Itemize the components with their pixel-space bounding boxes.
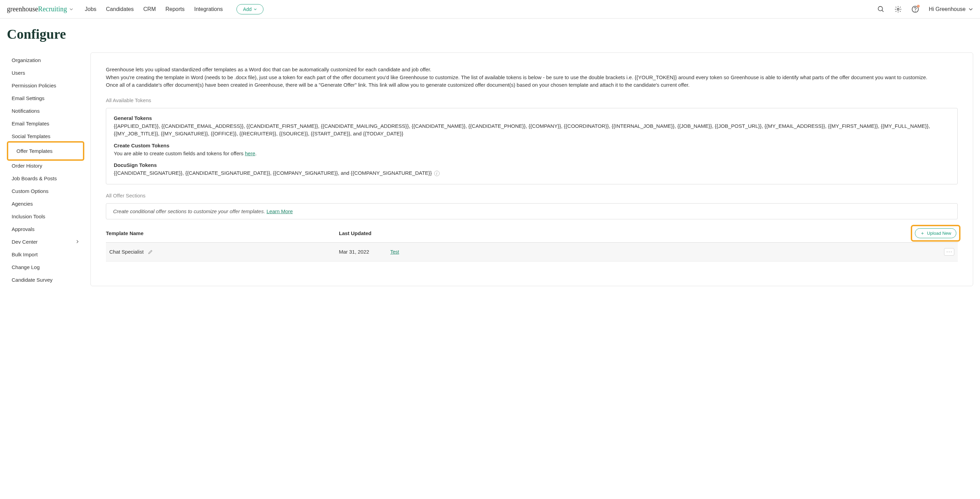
upload-new-label: Upload New [927,231,951,236]
cell-actions [944,248,954,256]
intro-p2: When you're creating the template in Wor… [106,74,958,81]
sidebar-item-label: Organization [12,57,41,63]
gear-icon[interactable] [894,5,902,13]
sidebar-item-social-templates[interactable]: Social Templates [7,130,84,143]
sidebar-item-offer-templates[interactable]: Offer Templates [12,145,80,157]
sidebar-item-order-history[interactable]: Order History [7,159,84,172]
chevron-down-icon [968,7,973,12]
custom-tokens-text: You are able to create custom fields and… [114,150,950,158]
upload-highlight: ＋ Upload New [911,225,961,242]
info-icon[interactable]: i [434,171,440,176]
sidebar-item-notifications[interactable]: Notifications [7,105,84,117]
svg-point-2 [897,8,899,10]
svg-point-0 [878,6,883,11]
add-button[interactable]: Add [236,4,264,14]
search-icon[interactable] [877,5,885,13]
page-title: Configure [0,19,980,53]
custom-tokens-suffix: . [255,150,257,156]
sidebar-item-label: Inclusion Tools [12,214,45,219]
nav-jobs[interactable]: Jobs [85,6,97,12]
sidebar-item-inclusion-tools[interactable]: Inclusion Tools [7,210,84,223]
sidebar-item-label: Custom Options [12,188,49,194]
general-tokens-list: {{APPLIED_DATE}}, {{CANDIDATE_EMAIL_ADDR… [114,122,950,138]
top-navigation: greenhouse Recruiting Jobs Candidates CR… [0,0,980,19]
docusign-tokens-text: {{CANDIDATE_SIGNATURE}}, {{CANDIDATE_SIG… [114,170,433,176]
plus-icon: ＋ [920,231,925,236]
updated-by-link[interactable]: Test [390,249,399,255]
help-icon[interactable] [912,5,919,13]
intro-text: Greenhouse lets you upload standardized … [106,66,958,89]
greeting-text: Hi Greenhouse [929,6,966,12]
sidebar-item-label: Bulk Import [12,252,38,257]
col-template-name: Template Name [106,230,339,236]
pencil-icon[interactable] [148,249,153,255]
primary-nav: Jobs Candidates CRM Reports Integrations [85,6,223,12]
logo-text-left: greenhouse [7,5,38,13]
svg-point-7 [951,251,951,252]
nav-crm[interactable]: CRM [143,6,156,12]
sidebar-item-candidate-survey[interactable]: Candidate Survey [7,274,84,286]
row-actions-button[interactable] [944,248,954,256]
docusign-tokens-heading: DocuSign Tokens [114,162,950,168]
sidebar-item-email-templates[interactable]: Email Templates [7,117,84,130]
offer-sections-label: All Offer Sections [106,193,958,198]
conditional-text: Create conditional offer sections to cus… [113,208,267,214]
sidebar-item-label: Approvals [12,226,35,232]
sidebar-item-organization[interactable]: Organization [7,54,84,67]
sidebar-item-users[interactable]: Users [7,67,84,79]
sidebar-item-label: Offer Templates [16,148,52,154]
chevron-down-icon[interactable] [69,5,73,13]
col-last-updated: Last Updated [339,230,390,236]
sidebar-active-highlight: Offer Templates [7,141,84,161]
sidebar-item-permission-policies[interactable]: Permission Policies [7,79,84,92]
svg-point-6 [949,251,950,252]
sidebar-item-bulk-import[interactable]: Bulk Import [7,248,84,261]
chevron-right-icon [75,239,80,245]
sidebar-item-label: Email Templates [12,121,49,126]
general-tokens-heading: General Tokens [114,115,950,121]
sidebar-item-change-log[interactable]: Change Log [7,261,84,274]
templates-table-header: Template Name Last Updated ＋ Upload New [106,228,958,242]
intro-p3: Once all of a candidate's offer document… [106,81,958,89]
sidebar-item-label: Email Settings [12,95,45,101]
sidebar-item-dev-center[interactable]: Dev Center [7,236,84,248]
table-row: Chat SpecialistMar 31, 2022Test [106,242,958,261]
cell-template-name: Chat Specialist [109,249,339,255]
sidebar-item-custom-options[interactable]: Custom Options [7,185,84,198]
tokens-box: General Tokens {{APPLIED_DATE}}, {{CANDI… [106,108,958,184]
notification-dot [917,5,920,8]
sidebar-item-email-settings[interactable]: Email Settings [7,92,84,105]
custom-tokens-link[interactable]: here [245,150,255,156]
logo-text-right: Recruiting [38,5,67,13]
sidebar-item-label: Agencies [12,201,33,207]
template-name-text: Chat Specialist [109,249,143,255]
nav-candidates[interactable]: Candidates [106,6,134,12]
sidebar-item-approvals[interactable]: Approvals [7,223,84,236]
logo[interactable]: greenhouse Recruiting [7,5,73,13]
sidebar-item-label: Order History [12,163,42,169]
nav-integrations[interactable]: Integrations [194,6,223,12]
upload-new-button[interactable]: ＋ Upload New [915,228,956,238]
sidebar-item-job-boards-posts[interactable]: Job Boards & Posts [7,172,84,185]
sidebar-item-label: Social Templates [12,133,50,139]
sidebar-item-label: Notifications [12,108,40,114]
chevron-down-icon [254,8,257,11]
svg-point-4 [915,11,916,11]
tokens-section-label: All Available Tokens [106,97,958,103]
docusign-tokens-list: {{CANDIDATE_SIGNATURE}}, {{CANDIDATE_SIG… [114,169,950,177]
sidebar-item-agencies[interactable]: Agencies [7,198,84,210]
svg-point-5 [947,251,947,252]
cell-last-updated: Mar 31, 2022 [339,249,390,255]
sidebar-item-label: Candidate Survey [12,277,52,283]
intro-p1: Greenhouse lets you upload standardized … [106,66,958,74]
sidebar-item-label: Users [12,70,25,76]
user-menu[interactable]: Hi Greenhouse [929,6,973,12]
learn-more-link[interactable]: Learn More [267,208,293,214]
custom-tokens-prefix: You are able to create custom fields and… [114,150,245,156]
sidebar-item-label: Permission Policies [12,83,56,88]
conditional-sections-box: Create conditional offer sections to cus… [106,203,958,219]
sidebar-item-label: Job Boards & Posts [12,175,57,181]
sidebar-item-label: Dev Center [12,239,38,245]
nav-reports[interactable]: Reports [165,6,185,12]
ellipsis-icon [946,251,952,253]
